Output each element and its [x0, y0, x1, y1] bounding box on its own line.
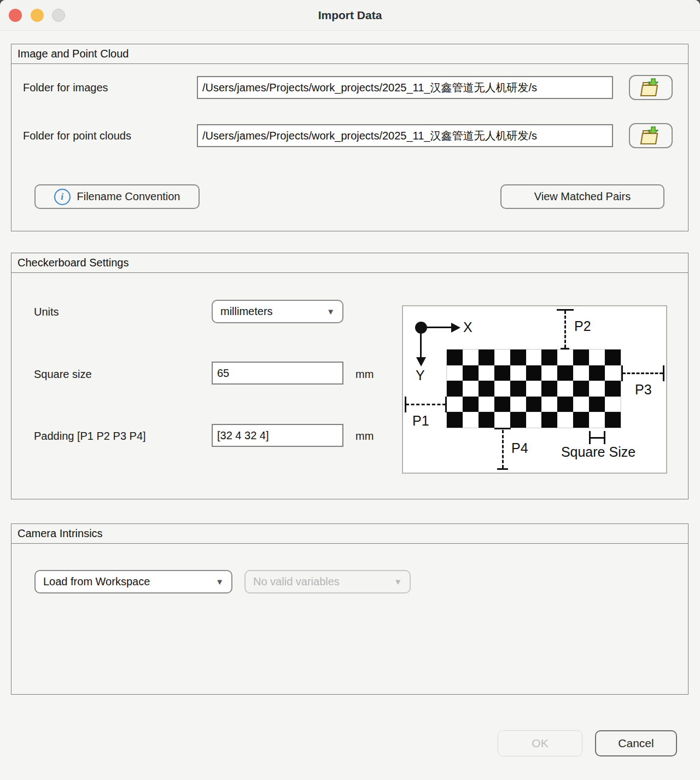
- checkerboard-cell: [447, 350, 463, 365]
- folder-for-images-label: Folder for images: [23, 82, 108, 94]
- checkerboard-cell: [589, 365, 605, 381]
- p2-label: P2: [574, 318, 591, 334]
- checkerboard-cell: [447, 365, 463, 381]
- checkerboard-cell: [479, 365, 494, 381]
- checkerboard-cell: [605, 381, 621, 397]
- folder-for-point-clouds-input[interactable]: [197, 124, 613, 147]
- checkerboard-cell: [510, 412, 526, 428]
- chevron-down-icon: ▼: [215, 577, 224, 586]
- filename-convention-label: Filename Convention: [77, 190, 180, 203]
- y-axis-line: [420, 328, 422, 358]
- padding-input[interactable]: [212, 424, 343, 447]
- y-axis-label: Y: [416, 368, 425, 383]
- checkerboard-cell: [510, 397, 526, 412]
- checkerboard-cell: [494, 381, 510, 397]
- p4-label: P4: [511, 440, 528, 456]
- section-title: Checkerboard Settings: [11, 253, 688, 273]
- checkerboard-cell: [589, 381, 605, 397]
- square-size-connector: [590, 437, 604, 439]
- checkerboard-cell: [557, 350, 573, 365]
- checkerboard-cell: [526, 381, 542, 397]
- checkerboard-cell: [463, 365, 479, 381]
- view-matched-pairs-label: View Matched Pairs: [534, 190, 631, 203]
- checkerboard-cell: [447, 381, 463, 397]
- p4-board-tick: [494, 428, 511, 429]
- units-dropdown[interactable]: millimeters ▼: [212, 300, 343, 323]
- checkerboard-cell: [526, 365, 542, 381]
- checkerboard-cell: [479, 412, 494, 428]
- ok-button: OK: [498, 730, 582, 756]
- title-bar: Import Data: [0, 0, 700, 31]
- checkerboard-cell: [589, 350, 605, 365]
- p4-end-tick: [497, 468, 508, 470]
- browse-images-button[interactable]: [629, 75, 673, 100]
- checkerboard-cell: [494, 365, 510, 381]
- checkerboard-cell: [573, 412, 589, 428]
- p3-label: P3: [635, 382, 652, 398]
- checkerboard-cell: [479, 350, 494, 365]
- checkerboard-cell: [589, 397, 605, 412]
- checkerboard-cell: [605, 350, 621, 365]
- import-data-dialog: Import Data Image and Point Cloud Folder…: [0, 0, 700, 780]
- checkerboard-cell: [557, 365, 573, 381]
- checkerboard-cell: [541, 381, 557, 397]
- p2-dashed-line: [564, 311, 566, 348]
- square-size-unit: mm: [355, 368, 374, 381]
- chevron-down-icon: ▼: [394, 577, 402, 586]
- padding-unit: mm: [355, 430, 374, 443]
- checkerboard-cell: [479, 397, 494, 412]
- filename-convention-button[interactable]: i Filename Convention: [34, 184, 200, 209]
- units-value: millimeters: [220, 305, 273, 318]
- square-size-tick-right: [604, 431, 605, 444]
- intrinsics-variable-value: No valid variables: [253, 575, 340, 588]
- p1-dashed-line: [406, 404, 446, 405]
- checkerboard-cell: [541, 412, 557, 428]
- open-folder-icon: [639, 77, 662, 98]
- checkerboard-cell: [510, 381, 526, 397]
- intrinsics-source-value: Load from Workspace: [43, 575, 150, 588]
- checkerboard-cell: [447, 397, 463, 412]
- checkerboard-cell: [510, 350, 526, 365]
- square-size-input[interactable]: [212, 362, 343, 385]
- checkerboard-diagram: X Y P2 P3 P1 P4 Square Size: [402, 305, 667, 474]
- checkerboard-cell: [541, 350, 557, 365]
- checkerboard-cell: [463, 350, 479, 365]
- checkerboard-cell: [494, 412, 510, 428]
- ok-label: OK: [532, 737, 548, 750]
- checkerboard-cell: [557, 381, 573, 397]
- p1-board-tick: [445, 397, 447, 412]
- checkerboard-cell: [573, 381, 589, 397]
- browse-point-clouds-button[interactable]: [629, 123, 673, 148]
- x-axis-arrow-icon: [451, 323, 460, 333]
- checkerboard-cell: [447, 412, 463, 428]
- checkerboard-cell: [510, 365, 526, 381]
- checkerboard-cell: [526, 350, 542, 365]
- checkerboard-cell: [463, 412, 479, 428]
- section-camera-intrinsics: Camera Intrinsics: [11, 523, 689, 695]
- p3-end-tick: [663, 365, 664, 381]
- checkerboard-cell: [605, 412, 621, 428]
- square-size-caption: Square Size: [552, 444, 645, 460]
- checkerboard-cell: [605, 365, 621, 381]
- x-axis-line: [421, 327, 453, 328]
- checkerboard-cell: [494, 350, 510, 365]
- checkerboard-cell: [526, 412, 542, 428]
- units-label: Units: [34, 306, 59, 318]
- view-matched-pairs-button[interactable]: View Matched Pairs: [500, 184, 664, 209]
- folder-for-images-input[interactable]: [197, 76, 613, 99]
- cancel-button[interactable]: Cancel: [595, 730, 677, 756]
- window-title: Import Data: [0, 0, 700, 30]
- p2-board-tick: [561, 348, 569, 350]
- info-icon: i: [54, 189, 71, 205]
- intrinsics-source-dropdown[interactable]: Load from Workspace ▼: [34, 570, 232, 593]
- p4-dashed-line: [502, 430, 504, 468]
- section-title: Camera Intrinsics: [11, 524, 688, 544]
- p3-dashed-line: [622, 372, 663, 374]
- open-folder-icon: [639, 125, 662, 146]
- checkerboard-cell: [541, 397, 557, 412]
- cancel-label: Cancel: [618, 737, 654, 750]
- checkerboard-cell: [589, 412, 605, 428]
- checkerboard-cell: [573, 350, 589, 365]
- checkerboard-cell: [526, 397, 542, 412]
- y-axis-arrow-icon: [416, 357, 426, 366]
